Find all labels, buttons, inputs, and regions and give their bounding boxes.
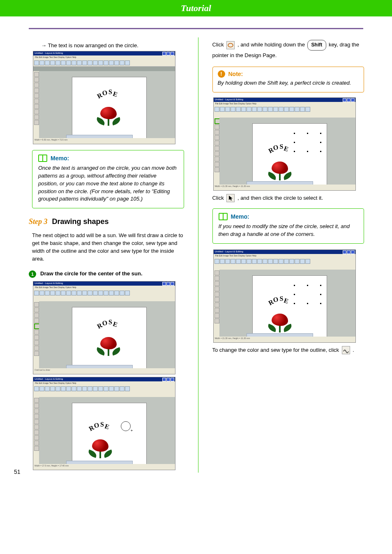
selection-handles [294,285,322,305]
step-intro-paragraph: The next object to add will be a sun. We… [32,232,184,263]
shift-key: Shift [307,40,327,51]
window-buttons [162,52,174,55]
window-buttons [343,98,355,102]
text-fragment: . [353,347,354,353]
memo-label: Memo: [231,213,249,220]
chapter-title: Tutorial [181,3,211,14]
result-text: → The text is now arranged on the circle… [41,42,187,48]
step-title: Drawing shapes [52,217,109,226]
note-label: Note: [228,71,243,77]
status-bar: Oval tool to draw [33,368,175,374]
right-column: Click , and while holding down the Shift… [209,37,368,473]
memo-callout: Memo: Once the text is arranged on the c… [32,150,184,208]
window-buttons [162,282,174,286]
arc-text-rose: ROSE [267,144,291,152]
memo-body: If you need to modify the size of the ci… [219,223,358,238]
design-canvas: ROSE [72,77,147,143]
toolbar [214,258,355,265]
app-screenshot-5: Untitled - Layout & Editing File Edit Im… [213,249,356,343]
memo-label: Memo: [51,155,69,162]
app-screenshot-3: Untitled - Layout & Editing File Edit Im… [33,377,175,470]
design-canvas: ROSE [72,307,147,374]
arc-text-rose: ROSE [88,422,111,429]
numbered-instruction-1: 1 Draw the circle for the center of the … [29,270,187,278]
text-fragment: To change the color and sew type for the… [212,347,341,353]
instruction-para-1: Click , and while holding down the Shift… [212,40,364,60]
rose-embroidery [97,333,120,356]
status-bar: Width = 17.0 mm, Height = 17.40 mm [33,464,175,470]
chapter-title-bar: Tutorial [0,0,392,16]
design-canvas: ROSE ＋ [72,403,147,469]
instruction-para-3: To change the color and sew type for the… [212,345,364,355]
step-heading: Step 3 Drawing shapes [29,217,187,226]
select-tool-icon [226,194,235,202]
note-body: By holding down the Shift key, a perfect… [218,79,359,87]
book-icon [219,213,228,220]
step-number: Step 3 [29,217,48,226]
toolbar [214,106,355,113]
rose-embroidery [268,309,291,332]
arc-text-rose: ROSE [96,90,119,97]
left-column: → The text is now arranged on the circle… [29,37,187,473]
window-buttons [343,250,355,254]
rose-embroidery [89,435,112,458]
oval-tool-icon [226,41,235,49]
status-bar: Width = 21.30 mm, Height = 21.30 mm [214,337,355,342]
app-screenshot-1: Untitled - Layout & Editing File Edit Im… [33,51,175,144]
status-bar: Width = 9.50 mm, Height = 72.5 mm [33,138,175,144]
instruction-para-2: Click , and then click the circle to sel… [212,193,364,203]
text-fragment: , and then click the circle to select it… [238,195,323,201]
column-divider [198,37,198,473]
rose-embroidery [97,103,120,126]
toolbar [33,290,175,297]
svg-point-0 [228,43,233,47]
page-number: 51 [14,469,21,475]
drawn-circle [121,421,131,431]
window-buttons [162,378,174,381]
rose-embroidery [268,157,291,180]
alert-icon: ! [218,70,225,78]
note-callout: ! Note: By holding down the Shift key, a… [212,67,364,92]
book-icon [38,155,47,162]
app-screenshot-2: Untitled - Layout & Editing File Edit Im… [33,281,175,374]
memo-callout: Memo: If you need to modify the size of … [212,208,364,244]
selection-handles [294,133,322,153]
app-screenshot-4: Untitled - Layout & Editing File Edit Im… [213,97,356,191]
text-fragment: Click [212,195,226,201]
toolbar [33,60,175,67]
memo-body: Once the text is arranged on the circle,… [38,164,178,203]
design-canvas: ROSE [252,123,327,190]
status-bar: Width = 21.30 mm, Height = 21.30 mm [214,185,355,190]
text-fragment: , and while holding down the [238,42,307,48]
design-canvas: ROSE [252,275,327,342]
arc-text-rose: ROSE [267,296,291,304]
cursor-icon: ＋ [130,428,134,433]
text-fragment: Click [212,42,226,48]
arc-text-rose: ROSE [96,320,119,327]
instruction-text: Draw the circle for the center of the su… [40,270,143,277]
step-badge-1: 1 [29,270,36,278]
outline-sew-icon [342,346,350,354]
toolbar [33,385,175,392]
